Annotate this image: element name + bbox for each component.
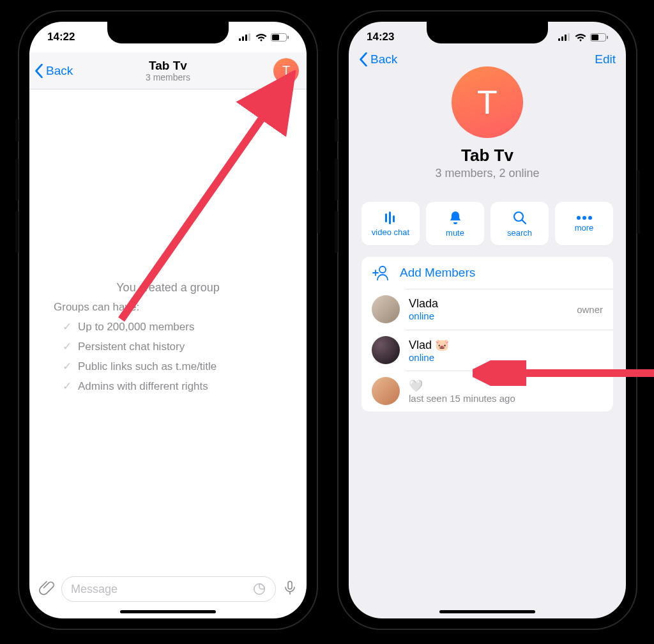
wifi-icon [575, 33, 586, 42]
svg-rect-18 [393, 215, 395, 222]
avatar-letter: T [477, 83, 498, 121]
member-name: Vlada [409, 297, 438, 310]
notch [107, 22, 229, 43]
action-label: more [575, 223, 594, 233]
voice-button[interactable] [282, 580, 298, 598]
add-member-icon [372, 263, 391, 282]
feature-bullet: ✓Up to 200,000 members [63, 320, 282, 334]
group-avatar-button[interactable]: T [273, 58, 299, 84]
add-members-button[interactable]: Add Members [361, 257, 613, 289]
chat-scroll-area[interactable]: You created a group Groups can have: ✓Up… [29, 89, 307, 567]
check-icon: ✓ [63, 379, 72, 393]
svg-point-23 [588, 216, 592, 220]
edit-label: Edit [595, 52, 616, 66]
back-button[interactable]: Back [34, 52, 73, 89]
member-status: online [409, 352, 449, 363]
action-label: video chat [372, 227, 409, 237]
cellular-icon [558, 33, 571, 41]
home-indicator[interactable] [439, 610, 535, 613]
search-button[interactable]: search [490, 202, 549, 245]
chat-nav-bar: Back Tab Tv 3 members T [29, 52, 307, 89]
microphone-icon [282, 580, 298, 595]
sticker-icon[interactable] [252, 582, 266, 596]
more-icon [576, 215, 593, 220]
member-name: 🤍 [409, 379, 515, 393]
check-icon: ✓ [63, 360, 72, 373]
group-name: Tab Tv [461, 146, 513, 165]
battery-icon [590, 33, 608, 42]
svg-point-24 [379, 266, 386, 273]
notch [427, 22, 548, 43]
member-row[interactable]: 🤍 last seen 15 minutes ago [361, 371, 613, 411]
attach-button[interactable] [38, 579, 55, 599]
svg-rect-1 [242, 36, 244, 41]
video-chat-button[interactable]: video chat [361, 202, 420, 245]
member-avatar [372, 336, 400, 364]
wifi-icon [255, 33, 267, 42]
cellular-icon [239, 33, 252, 41]
mute-button[interactable]: mute [426, 202, 484, 245]
member-name: Vlad 🐷 [409, 338, 449, 352]
svg-rect-15 [607, 36, 608, 39]
feature-bullet: ✓Public links such as t.me/title [63, 360, 282, 373]
svg-rect-0 [239, 38, 241, 41]
member-status: online [409, 310, 438, 321]
chevron-left-icon [34, 64, 43, 78]
feature-bullet: ✓Persistent chat history [63, 340, 282, 353]
search-icon [512, 210, 528, 226]
feature-bullet: ✓Admins with different rights [63, 379, 282, 393]
back-button[interactable]: Back [359, 52, 397, 66]
member-row[interactable]: Vlad 🐷 online [361, 330, 613, 371]
member-row[interactable]: Vlada online owner [361, 289, 613, 330]
member-avatar [372, 295, 400, 323]
chevron-left-icon [359, 52, 368, 66]
svg-rect-9 [558, 38, 560, 41]
check-icon: ✓ [63, 320, 72, 334]
back-label: Back [370, 52, 397, 66]
group-subtitle: 3 members, 2 online [435, 167, 539, 180]
svg-rect-12 [568, 33, 570, 41]
svg-rect-3 [248, 33, 250, 41]
avatar-letter: T [282, 63, 290, 78]
back-label: Back [46, 64, 73, 78]
phone-frame-right: 14:23 Back Edit T [337, 10, 637, 630]
svg-line-20 [522, 220, 526, 224]
battery-icon [271, 33, 289, 42]
message-input[interactable]: Message [61, 576, 276, 602]
member-status: last seen 15 minutes ago [409, 393, 515, 404]
home-indicator[interactable] [120, 610, 216, 613]
check-icon: ✓ [63, 340, 72, 353]
paperclip-icon [38, 579, 55, 596]
status-time: 14:22 [47, 31, 75, 43]
phone-frame-left: 14:22 Back Tab Tv 3 members T [18, 10, 318, 630]
member-role: owner [577, 304, 603, 315]
chat-title-area[interactable]: Tab Tv 3 members [146, 59, 190, 82]
svg-point-21 [577, 216, 581, 220]
svg-rect-5 [272, 34, 279, 40]
chat-title: Tab Tv [146, 59, 190, 73]
svg-rect-8 [288, 581, 292, 589]
screen-group-info: 14:23 Back Edit T [349, 22, 626, 618]
svg-rect-11 [565, 34, 567, 41]
svg-rect-10 [561, 36, 563, 41]
created-text: You created a group [54, 281, 282, 295]
video-chat-icon [383, 211, 399, 225]
edit-button[interactable]: Edit [595, 52, 616, 66]
svg-rect-17 [389, 211, 391, 224]
status-time: 14:23 [367, 31, 394, 43]
chat-subtitle: 3 members [146, 72, 190, 82]
members-list: Add Members Vlada online owner Vlad 🐷 on… [361, 257, 613, 411]
svg-rect-2 [245, 34, 247, 41]
action-buttons-row: video chat mute search more [361, 202, 613, 245]
svg-point-22 [582, 216, 586, 220]
member-avatar [372, 377, 400, 405]
group-profile-header: T Tab Tv 3 members, 2 online [349, 66, 626, 180]
system-message: You created a group Groups can have: ✓Up… [29, 281, 307, 399]
message-input-bar: Message [29, 571, 307, 607]
add-members-label: Add Members [400, 266, 475, 280]
more-button[interactable]: more [555, 202, 613, 245]
action-label: search [507, 228, 532, 238]
svg-rect-16 [385, 213, 387, 222]
bell-icon [448, 210, 462, 226]
group-avatar[interactable]: T [452, 66, 523, 138]
